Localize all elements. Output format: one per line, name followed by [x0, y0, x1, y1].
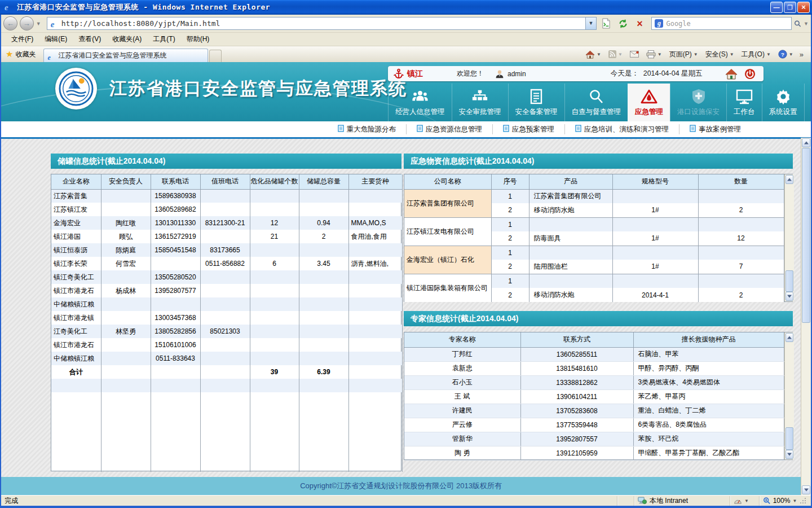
history-dropdown-icon[interactable]: ▼: [34, 21, 43, 27]
scroll-thumb[interactable]: [785, 427, 793, 450]
nav-item-approval[interactable]: 安全审批管理: [452, 84, 508, 121]
table-row[interactable]: 石小玉133388128623类易燃液体、4类易燃固体: [404, 375, 784, 389]
table-row[interactable]: 许建民13705283608重油、白蜡油、丁二烯: [404, 404, 784, 418]
table-row[interactable]: 江苏索普集15896380938: [51, 189, 402, 203]
compatibility-view-button[interactable]: [599, 17, 614, 30]
scroll-thumb[interactable]: [802, 148, 810, 323]
menu-item[interactable]: 查看(V): [73, 33, 107, 46]
scroll-thumb[interactable]: [785, 270, 793, 292]
back-button[interactable]: ←: [3, 16, 17, 30]
nav-item-security[interactable]: 港口设施保安: [670, 84, 726, 121]
feeds-button[interactable]: ▼: [606, 49, 625, 60]
read-mail-button[interactable]: [627, 49, 642, 59]
star-icon: ★: [6, 49, 13, 59]
resize-grip-icon[interactable]: [799, 497, 807, 505]
table-row[interactable]: 袁新忠13815481610甲醇、异丙醇、丙酮: [404, 361, 784, 375]
table-row[interactable]: 金海宏业陶红暾1301301133083121300-21120.94MMA,M…: [51, 216, 402, 230]
menu-item[interactable]: 帮助(H): [181, 33, 215, 46]
browser-tab[interactable]: e 江苏省港口安全监管与应急管理系统: [43, 49, 208, 62]
printer-icon: [646, 50, 656, 59]
home-button[interactable]: ▼: [582, 49, 604, 60]
table-row[interactable]: 严云修137753594486类毒害品、8类腐蚀品: [404, 418, 784, 432]
zoom-control[interactable]: 100% ▼: [759, 496, 811, 506]
company-cell: 镇江港国际集装箱有限公司: [404, 274, 491, 302]
menu-item[interactable]: 收藏夹(A): [107, 33, 147, 46]
menu-item[interactable]: 工具(T): [147, 33, 180, 46]
user-avatar-icon: [495, 69, 504, 78]
table-row[interactable]: 丁邦红13605285511石脑油、甲苯: [404, 347, 784, 361]
table-row[interactable]: 管新华13952807557苯胺、环己烷: [404, 432, 784, 446]
table-row[interactable]: 镇江市港龙石15106101006: [51, 338, 402, 352]
stop-button[interactable]: ×: [633, 17, 647, 30]
subnav-item-2[interactable]: 应急预案管理: [492, 124, 564, 134]
minimize-button[interactable]: —: [770, 2, 783, 13]
search-dropdown-icon[interactable]: ▼: [801, 21, 811, 27]
app-logo: [55, 68, 97, 110]
empty-row: [51, 379, 402, 392]
table-cell: 重油、白蜡油、丁二烯: [633, 404, 784, 418]
scroll-up-icon[interactable]: [785, 333, 793, 342]
table-row[interactable]: 镇江市港龙石杨成林13952807577: [51, 284, 402, 297]
table-cell: 严云修: [404, 418, 520, 432]
spec-cell: 1#: [612, 260, 698, 274]
home-shortcut-button[interactable]: [725, 68, 738, 80]
menu-item[interactable]: 文件(F): [6, 33, 39, 46]
table-row[interactable]: 镇江李长荣何雪宏0511-85688263.45沥青,燃料油,: [51, 257, 402, 270]
scroll-down-icon[interactable]: [785, 292, 793, 301]
table-row[interactable]: 王 斌13906104211苯乙烯、甲基丙: [404, 389, 784, 404]
table-row[interactable]: 镇江奇美化工13505280520: [51, 270, 402, 284]
scroll-down-icon[interactable]: [785, 450, 793, 459]
scroll-up-icon[interactable]: [785, 175, 793, 184]
favorites-button[interactable]: ★ 收藏夹: [1, 46, 40, 62]
table-cell: 13003457368: [151, 311, 200, 325]
subnav-item-3[interactable]: 应急培训、演练和演习管理: [564, 124, 679, 134]
nav-item-operators[interactable]: 经营人信息管理: [388, 84, 452, 121]
table-row[interactable]: 江苏索普集团有限公司1江苏索普集团有限公司: [404, 189, 784, 203]
scroll-up-icon[interactable]: [802, 138, 810, 147]
nav-item-settings[interactable]: 系统设置: [762, 84, 805, 121]
forward-button[interactable]: →: [20, 16, 34, 30]
smartscreen-button[interactable]: ▼: [730, 496, 759, 506]
security-menu-button[interactable]: 安全(S)▼: [703, 48, 737, 61]
print-button[interactable]: ▼: [643, 49, 665, 60]
page-scrollbar[interactable]: [801, 138, 811, 495]
table-row[interactable]: 江苏镇江发电有限公司1: [404, 217, 784, 231]
table-row[interactable]: 江苏镇江发13605289682: [51, 203, 402, 216]
table-row[interactable]: 金海宏业（镇江）石化1: [404, 246, 784, 260]
close-button[interactable]: ×: [797, 2, 810, 13]
table-row[interactable]: 镇江市港龙镇13003457368: [51, 311, 402, 325]
welcome-label: 欢迎您！: [457, 69, 484, 78]
table-row[interactable]: 江奇美化工林坚勇1380528285685021303: [51, 325, 402, 338]
qty-cell: [698, 189, 784, 203]
nav-item-emergency[interactable]: 应急管理: [628, 84, 670, 121]
help-button[interactable]: ? ▼: [775, 48, 796, 60]
experts-scrollbar[interactable]: [784, 332, 794, 459]
nav-item-filing[interactable]: 安全备案管理: [508, 84, 564, 121]
supplies-scrollbar[interactable]: [784, 174, 794, 301]
table-row[interactable]: 陶 勇13912105959甲缩醛、甲基异丁基酮、乙酸乙酯: [404, 446, 784, 460]
url-field[interactable]: e http://localhost:8080/yjpt/Main.html: [47, 17, 586, 30]
tools-menu-button[interactable]: 工具(O)▼: [739, 48, 774, 61]
menu-item[interactable]: 编辑(E): [39, 33, 73, 46]
search-button[interactable]: ▼: [794, 17, 811, 30]
subnav-item-0[interactable]: 重大危险源分布: [328, 124, 407, 134]
refresh-button[interactable]: [616, 17, 630, 30]
scroll-down-icon[interactable]: [802, 485, 810, 494]
subnav-item-label: 应急预案管理: [512, 125, 554, 134]
table-row[interactable]: 镇江港国际集装箱有限公司1: [404, 274, 784, 288]
maximize-button[interactable]: ❐: [784, 2, 796, 13]
subnav-item-1[interactable]: 应急资源信息管理: [406, 124, 492, 134]
table-row[interactable]: 中储粮镇江粮: [51, 297, 402, 311]
search-input[interactable]: g Google: [651, 17, 792, 30]
subnav-item-4[interactable]: 事故案例管理: [679, 124, 751, 134]
logout-button[interactable]: [744, 68, 756, 80]
page-menu-button[interactable]: 页面(P)▼: [667, 48, 701, 61]
table-row[interactable]: 镇江港国顾弘13615272919212食用油,食用: [51, 230, 402, 243]
new-tab-button[interactable]: [209, 50, 222, 62]
table-row[interactable]: 中储粮镇江粮0511-833643: [51, 352, 402, 365]
nav-item-inspection[interactable]: 自查与督查管理: [564, 84, 628, 121]
table-row[interactable]: 镇江恒泰沥陈炳庭1585045154883173665: [51, 243, 402, 257]
nav-item-workbench[interactable]: 工作台: [726, 84, 762, 121]
url-dropdown-button[interactable]: ▼: [586, 17, 597, 30]
more-commands-icon[interactable]: »: [798, 50, 805, 59]
